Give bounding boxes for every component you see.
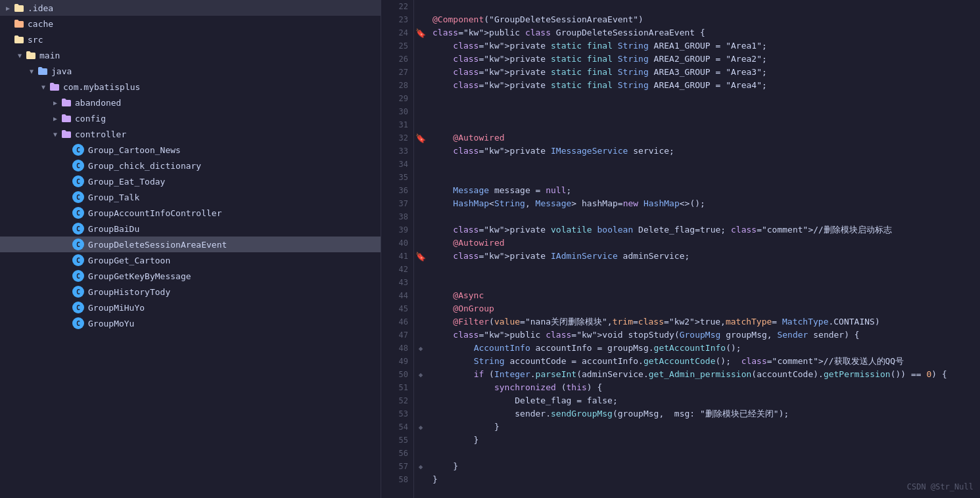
sidebar-item-src[interactable]: src — [0, 32, 381, 47]
gutter-marker — [414, 355, 427, 368]
sidebar-item-GroupMoYu[interactable]: CGroupMoYu — [0, 315, 381, 331]
breakpoint-icon: ◆ — [419, 344, 423, 353]
code-line: class="kw">private IAdminService adminSe… — [432, 250, 975, 263]
sidebar-item-Group_Eat_Today[interactable]: CGroup_Eat_Today — [0, 173, 381, 189]
line-number: 42 — [386, 263, 408, 276]
sidebar-item-GroupGetKeyByMessage[interactable]: CGroupGetKeyByMessage — [0, 268, 381, 284]
line-number: 24 — [386, 26, 408, 39]
gutter-marker: 🔖 — [414, 26, 427, 39]
code-line: AccountInfo accountInfo = groupMsg.getAc… — [432, 342, 975, 355]
sidebar-item-controller[interactable]: controller — [0, 126, 381, 142]
class-icon: C — [72, 144, 84, 156]
item-label: controller — [75, 129, 126, 139]
sidebar-item-main[interactable]: main — [0, 47, 381, 63]
line-number: 57 — [386, 460, 408, 473]
gutter-marker — [414, 381, 427, 394]
line-number: 46 — [386, 315, 408, 328]
sidebar-item-GroupAccountInfoController[interactable]: CGroupAccountInfoController — [0, 205, 381, 221]
class-icon: C — [72, 191, 84, 203]
file-tree[interactable]: .ideacachesrcmainjavacom.mybatisplusaban… — [0, 0, 381, 498]
gutter-marker — [414, 53, 427, 66]
class-icon: C — [72, 160, 84, 171]
breakpoint-icon: ◆ — [419, 371, 423, 379]
gutter-marker — [414, 434, 427, 447]
item-label: GroupAccountInfoController — [88, 208, 222, 218]
gutter-marker — [414, 184, 427, 197]
code-line: class="kw">private static final String A… — [432, 53, 975, 66]
item-label: GroupGet_Cartoon — [88, 256, 170, 265]
sidebar-item-GroupBaiDu[interactable]: CGroupBaiDu — [0, 221, 381, 237]
sidebar-item-Group_chick_dictionary[interactable]: CGroup_chick_dictionary — [0, 158, 381, 173]
code-line: class="kw">private static final String A… — [432, 39, 975, 53]
line-number: 34 — [386, 158, 408, 171]
line-number: 43 — [386, 276, 408, 289]
sidebar-item-cache[interactable]: cache — [0, 16, 381, 32]
class-icon: C — [72, 223, 84, 235]
arrow-icon — [26, 66, 37, 76]
code-line: } — [432, 473, 975, 486]
gutter-marker: ◆ — [414, 342, 427, 355]
item-label: Group_Talk — [88, 192, 139, 202]
code-line — [432, 447, 975, 460]
code-line — [432, 0, 975, 13]
line-number: 41 — [386, 250, 408, 263]
code-line: Delete_flag = false; — [432, 394, 975, 407]
item-label: GroupMiHuYo — [88, 303, 145, 313]
line-number: 52 — [386, 394, 408, 407]
folder-icon — [60, 128, 72, 140]
arrow-icon — [14, 50, 25, 60]
code-line — [432, 171, 975, 184]
class-icon: C — [72, 175, 84, 187]
item-label: com.mybatisplus — [63, 82, 140, 92]
line-number: 32 — [386, 131, 408, 145]
code-line: class="kw">public class="kw">void stopSt… — [432, 328, 975, 342]
bookmark-icon: 🔖 — [415, 252, 426, 261]
gutter-marker — [414, 263, 427, 276]
line-number: 22 — [386, 0, 408, 13]
code-line: } — [432, 460, 975, 473]
code-line — [432, 158, 975, 171]
gutter-marker — [414, 315, 427, 328]
code-line: class="kw">private volatile boolean Dele… — [432, 223, 975, 237]
sidebar-item-idea[interactable]: .idea — [0, 0, 381, 16]
item-label: src — [28, 35, 43, 45]
line-number: 23 — [386, 13, 408, 26]
code-line: class="kw">private IMessageService servi… — [432, 145, 975, 158]
sidebar-item-GroupHistoryTody[interactable]: CGroupHistoryTody — [0, 284, 381, 300]
line-number: 55 — [386, 434, 408, 447]
class-icon: C — [72, 317, 84, 329]
line-number: 36 — [386, 184, 408, 197]
gutter-marker — [414, 328, 427, 342]
gutter-marker — [414, 105, 427, 118]
arrow-icon — [50, 129, 60, 139]
folder-icon — [60, 97, 72, 108]
gutter-marker: 🔖 — [414, 131, 427, 145]
sidebar-item-GroupMiHuYo[interactable]: CGroupMiHuYo — [0, 300, 381, 315]
code-line — [432, 276, 975, 289]
sidebar-item-GroupDeleteSessionAreaEvent[interactable]: CGroupDeleteSessionAreaEvent — [0, 237, 381, 252]
line-number: 48 — [386, 342, 408, 355]
gutter-marker — [414, 13, 427, 26]
class-icon: C — [72, 238, 84, 250]
sidebar-item-com.mybatisplus[interactable]: com.mybatisplus — [0, 79, 381, 95]
line-number: 51 — [386, 381, 408, 394]
sidebar-item-config[interactable]: config — [0, 110, 381, 126]
gutter-marker — [414, 223, 427, 237]
code-line: class="kw">public class GroupDeleteSessi… — [432, 26, 975, 39]
sidebar-item-java[interactable]: java — [0, 63, 381, 79]
gutter-marker — [414, 289, 427, 302]
sidebar-item-Group_Talk[interactable]: CGroup_Talk — [0, 189, 381, 205]
folder-icon — [13, 2, 25, 14]
folder-icon — [13, 34, 25, 45]
gutter-marker — [414, 407, 427, 420]
code-line: synchronized (this) { — [432, 381, 975, 394]
sidebar-item-GroupGet_Cartoon[interactable]: CGroupGet_Cartoon — [0, 252, 381, 268]
sidebar-item-Group_Cartoon_News[interactable]: CGroup_Cartoon_News — [0, 142, 381, 158]
item-label: java — [51, 66, 72, 76]
sidebar-item-abandoned[interactable]: abandoned — [0, 95, 381, 110]
class-icon: C — [72, 302, 84, 313]
gutter-marker — [414, 473, 427, 486]
item-label: GroupDeleteSessionAreaEvent — [88, 240, 227, 250]
gutter-marker — [414, 197, 427, 210]
item-label: GroupBaiDu — [88, 224, 139, 234]
